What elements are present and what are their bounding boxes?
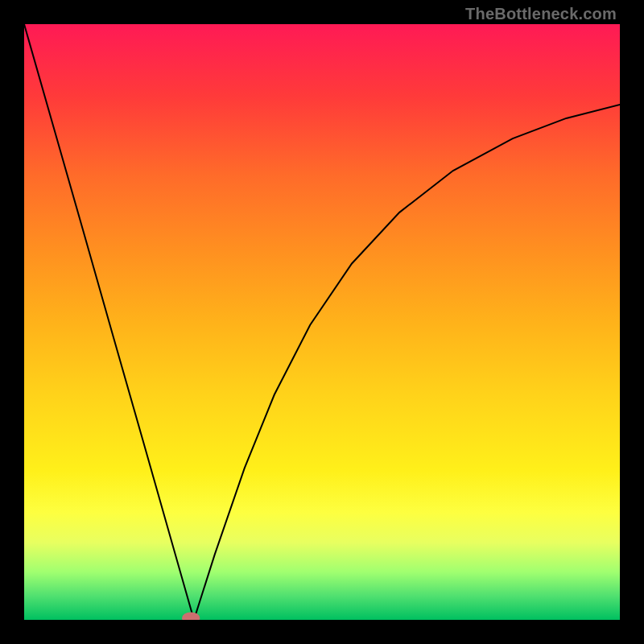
chart-frame: TheBottleneck.com bbox=[0, 0, 644, 644]
watermark-text: TheBottleneck.com bbox=[465, 5, 617, 23]
bottleneck-curve bbox=[24, 24, 620, 620]
plot-area bbox=[24, 24, 620, 620]
minimum-marker bbox=[182, 612, 200, 620]
curve-svg bbox=[24, 24, 620, 620]
